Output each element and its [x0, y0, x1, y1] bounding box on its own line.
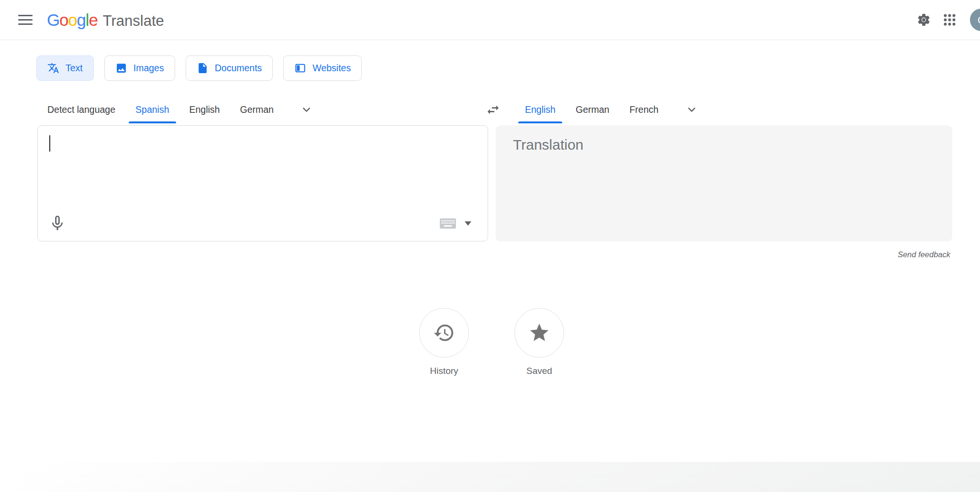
- translate-mode-tabs: Text Images Documents Websites: [36, 55, 362, 81]
- target-lang-french[interactable]: French: [619, 96, 668, 123]
- app-logo[interactable]: Google Translate: [47, 11, 164, 30]
- tab-label: Websites: [312, 63, 351, 74]
- input-tools-dropdown-icon: [465, 221, 471, 226]
- google-logo: Google: [47, 11, 98, 30]
- swap-arrows-icon: [486, 102, 501, 117]
- history-icon: [433, 322, 455, 344]
- saved-button[interactable]: [514, 308, 564, 358]
- history-shortcut: History: [419, 308, 469, 376]
- google-translate-page: Google Translate C: [0, 0, 980, 492]
- logo-letter: G: [47, 11, 59, 29]
- tab-documents[interactable]: Documents: [186, 55, 273, 81]
- tab-text[interactable]: Text: [36, 55, 94, 81]
- tab-images[interactable]: Images: [104, 55, 175, 81]
- source-lang-english[interactable]: English: [179, 96, 230, 123]
- logo-letter: o: [59, 11, 68, 29]
- source-lang-spanish[interactable]: Spanish: [125, 96, 179, 123]
- product-title: Translate: [103, 12, 164, 30]
- translation-placeholder: Translation: [513, 137, 583, 153]
- input-tools-button[interactable]: [439, 218, 471, 230]
- text-cursor: [49, 135, 50, 152]
- microphone-icon: [48, 214, 67, 232]
- saved-shortcut: Saved: [514, 308, 564, 376]
- source-lang-detect[interactable]: Detect language: [37, 96, 125, 123]
- image-icon: [115, 62, 127, 74]
- header-actions: C: [911, 7, 980, 33]
- tab-label: Documents: [215, 63, 262, 74]
- star-icon: [528, 322, 550, 344]
- translation-panel: Translation: [496, 125, 952, 241]
- shortcut-buttons: History Saved: [419, 308, 564, 376]
- settings-button[interactable]: [911, 7, 936, 33]
- source-more-languages-button[interactable]: [294, 96, 319, 123]
- logo-letter: g: [77, 11, 86, 29]
- send-feedback-link[interactable]: Send feedback: [895, 250, 953, 260]
- swap-languages-button[interactable]: [480, 96, 505, 123]
- target-lang-english[interactable]: English: [515, 96, 566, 123]
- target-more-languages-button[interactable]: [679, 96, 704, 123]
- document-icon: [197, 62, 209, 74]
- source-text-panel[interactable]: [37, 125, 488, 241]
- source-lang-german[interactable]: German: [230, 96, 283, 123]
- chevron-down-icon: [300, 103, 313, 116]
- saved-label: Saved: [526, 366, 552, 376]
- account-avatar[interactable]: C: [970, 9, 980, 31]
- chevron-down-icon: [685, 103, 698, 116]
- source-language-bar: Detect language Spanish English German: [37, 96, 319, 123]
- source-text-input[interactable]: [49, 134, 476, 203]
- keyboard-icon: [439, 218, 457, 230]
- bottom-panel-edge: [14, 462, 980, 492]
- target-language-bar: English German French: [480, 96, 704, 123]
- google-apps-button[interactable]: [936, 7, 962, 33]
- target-lang-german[interactable]: German: [566, 96, 619, 123]
- tab-label: Text: [66, 63, 83, 74]
- tab-websites[interactable]: Websites: [283, 55, 362, 81]
- voice-input-button[interactable]: [44, 209, 71, 237]
- history-label: History: [430, 366, 458, 376]
- logo-letter: e: [89, 11, 97, 29]
- apps-grid-icon: [942, 12, 957, 27]
- tab-label: Images: [134, 63, 164, 74]
- website-icon: [294, 62, 306, 74]
- logo-letter: o: [68, 11, 77, 29]
- gear-icon: [916, 12, 931, 27]
- main-menu-button[interactable]: [11, 6, 39, 34]
- app-header: Google Translate C: [0, 0, 980, 40]
- history-button[interactable]: [419, 308, 469, 358]
- translate-icon: [47, 62, 59, 74]
